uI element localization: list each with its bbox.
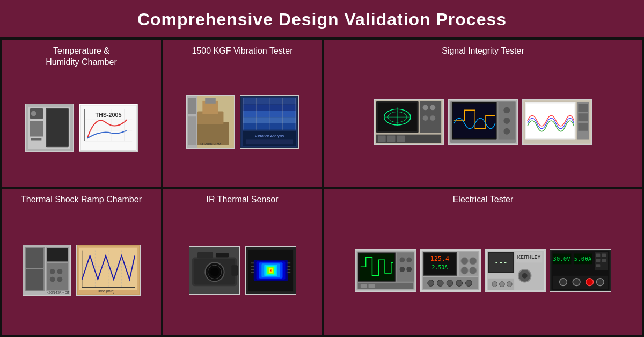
svg-point-189: [586, 278, 594, 285]
svg-text:---: ---: [494, 258, 508, 267]
ir-image-1: [189, 246, 240, 295]
svg-rect-125: [287, 266, 290, 267]
signal-image-2: [448, 99, 518, 145]
svg-point-156: [447, 280, 453, 286]
cell-electrical: Electrical Tester: [324, 189, 642, 336]
cell-thermal-shock: Thermal Shock Ramp Chamber: [2, 189, 161, 336]
ir-image-2: [245, 246, 296, 295]
svg-point-68: [503, 128, 510, 134]
svg-point-54: [423, 115, 428, 121]
svg-rect-59: [397, 135, 405, 142]
svg-rect-124: [287, 262, 290, 263]
electrical-image-1: [355, 249, 416, 292]
svg-point-85: [57, 269, 62, 274]
cell-title-vibration: 1500 KGF Vibration Tester: [169, 46, 316, 57]
svg-rect-105: [197, 252, 213, 258]
svg-text:KD-9863-RM: KD-9863-RM: [200, 142, 221, 146]
svg-text:KEITHLEY: KEITHLEY: [517, 254, 541, 260]
cell-signal: Signal Integrity Tester: [324, 40, 642, 187]
svg-rect-106: [215, 253, 228, 257]
electrical-image-3: --- KEITHLEY: [485, 249, 546, 292]
svg-rect-123: [251, 272, 254, 273]
svg-rect-80: [25, 269, 43, 290]
svg-point-135: [406, 257, 412, 262]
temp-humidity-image-2: THS-2005: [79, 104, 138, 152]
svg-rect-5: [47, 109, 68, 145]
cell-images-thermal-shock: KSON-TSR – CIT – 150 (RAMP): [8, 209, 155, 331]
svg-point-151: [461, 267, 469, 274]
svg-rect-76: [578, 123, 588, 131]
svg-rect-181: [596, 253, 600, 257]
vibration-image-1: KD-9863-RM: [186, 95, 235, 149]
svg-rect-182: [602, 253, 606, 257]
cell-title-signal: Signal Integrity Tester: [330, 46, 636, 57]
svg-text:KSON-TSR – CIT – 150 (RAMP): KSON-TSR – CIT – 150 (RAMP): [47, 291, 70, 294]
svg-rect-83: [47, 263, 67, 290]
cell-title-temp-humidity: Temperature &Humidity Chamber: [8, 46, 155, 68]
svg-point-84: [49, 269, 55, 274]
svg-text:30.0V: 30.0V: [553, 255, 570, 262]
svg-rect-120: [251, 262, 254, 263]
cell-images-vibration: KD-9863-RM: [169, 61, 316, 183]
cell-title-electrical: Electrical Tester: [330, 194, 636, 206]
svg-point-53: [430, 105, 435, 110]
svg-point-190: [596, 278, 604, 285]
svg-point-158: [466, 280, 472, 286]
svg-point-86: [49, 277, 55, 282]
svg-rect-183: [596, 259, 600, 262]
svg-rect-126: [287, 269, 290, 270]
svg-rect-22: [205, 98, 216, 104]
svg-point-87: [57, 277, 62, 282]
thermal-shock-image-2: Time (min): [76, 245, 141, 296]
svg-point-172: [507, 281, 512, 287]
svg-text:2.50A: 2.50A: [432, 265, 448, 270]
svg-rect-140: [369, 284, 375, 288]
svg-rect-184: [602, 259, 606, 262]
vibration-image-2: Vibration Analysis: [240, 95, 299, 149]
svg-rect-57: [378, 135, 386, 142]
svg-point-52: [423, 105, 428, 110]
svg-point-149: [461, 257, 469, 265]
svg-rect-58: [387, 135, 396, 142]
svg-rect-7: [31, 138, 41, 140]
thermal-shock-image-1: KSON-TSR – CIT – 150 (RAMP): [23, 245, 71, 296]
svg-rect-42: [245, 140, 292, 145]
svg-point-55: [430, 115, 435, 121]
svg-rect-82: [47, 248, 67, 261]
svg-point-154: [428, 280, 434, 286]
svg-text:THS-2005: THS-2005: [95, 112, 121, 118]
svg-point-187: [560, 278, 567, 285]
svg-rect-119: [270, 270, 271, 271]
svg-rect-25: [187, 116, 196, 145]
cell-title-ir-thermal: IR Thermal Sensor: [169, 194, 316, 206]
svg-point-171: [500, 281, 505, 287]
svg-point-188: [573, 278, 580, 285]
svg-point-104: [210, 268, 219, 276]
svg-rect-3: [30, 121, 42, 136]
svg-rect-75: [578, 113, 588, 121]
svg-rect-79: [25, 248, 43, 268]
cell-images-ir-thermal: [169, 209, 316, 331]
cell-vibration: 1500 KGF Vibration Tester KD-9863-RM: [163, 40, 322, 187]
cell-ir-thermal: IR Thermal Sensor: [163, 189, 322, 336]
svg-point-66: [503, 107, 510, 113]
svg-point-6: [31, 111, 36, 116]
svg-text:Vibration Analysis: Vibration Analysis: [254, 135, 284, 139]
svg-point-137: [406, 267, 412, 272]
svg-rect-122: [251, 269, 254, 270]
svg-rect-185: [596, 264, 600, 267]
svg-point-152: [469, 267, 477, 274]
svg-rect-107: [231, 265, 238, 276]
page-wrapper: Comprehensive Design Validation Process …: [0, 0, 644, 337]
electrical-image-2: 125.4 2.50A: [420, 249, 481, 292]
svg-point-134: [400, 257, 405, 262]
svg-rect-139: [361, 284, 367, 288]
svg-text:Time (min): Time (min): [97, 289, 114, 294]
svg-point-155: [437, 280, 443, 286]
main-grid: Temperature &Humidity Chamber: [0, 39, 644, 337]
svg-rect-56: [376, 134, 441, 143]
cell-images-electrical: 125.4 2.50A: [330, 209, 636, 331]
svg-rect-74: [578, 104, 588, 112]
page-title: Comprehensive Design Validation Process: [137, 10, 507, 29]
svg-point-157: [456, 280, 463, 286]
